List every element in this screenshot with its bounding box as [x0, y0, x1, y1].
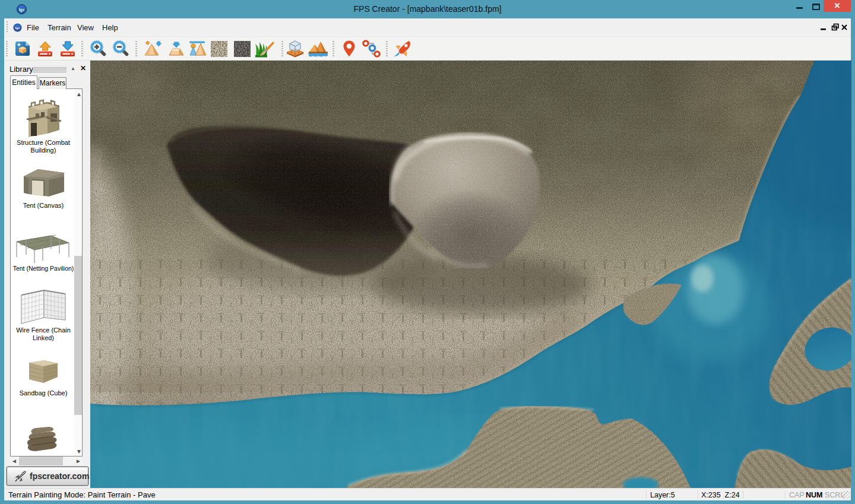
- svg-text:tgc: tgc: [15, 26, 20, 30]
